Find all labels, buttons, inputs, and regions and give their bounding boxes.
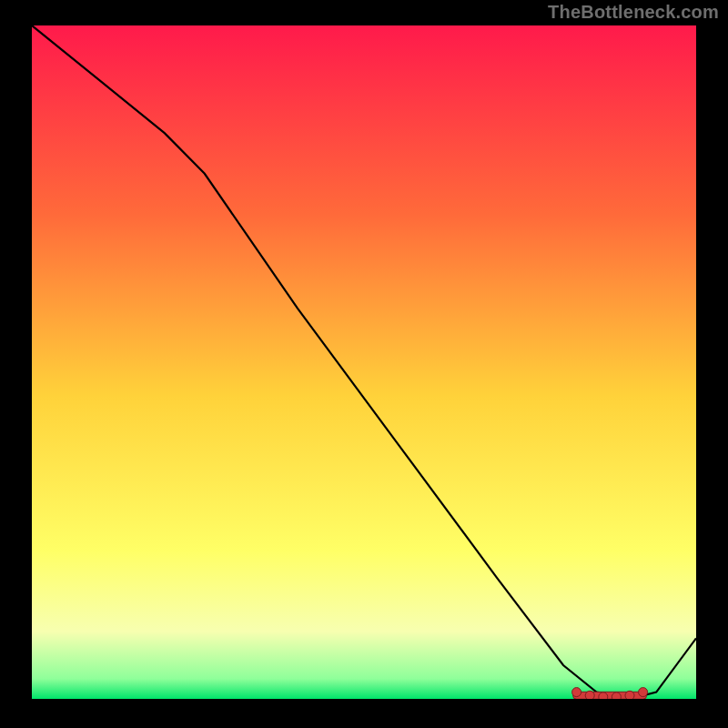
recommended-region-dot (625, 691, 634, 699)
plot-area (32, 25, 696, 699)
recommended-region-dot (572, 688, 581, 697)
recommended-region-dot (612, 693, 621, 699)
recommended-region-dot (585, 691, 594, 699)
gradient-background (32, 25, 696, 699)
attribution-label: TheBottleneck.com (548, 2, 719, 23)
chart-frame: TheBottleneck.com (0, 0, 728, 728)
recommended-region-dot (639, 688, 648, 697)
recommended-region-dot (599, 693, 608, 699)
chart-svg (32, 25, 696, 699)
recommended-region-bar (573, 692, 647, 699)
